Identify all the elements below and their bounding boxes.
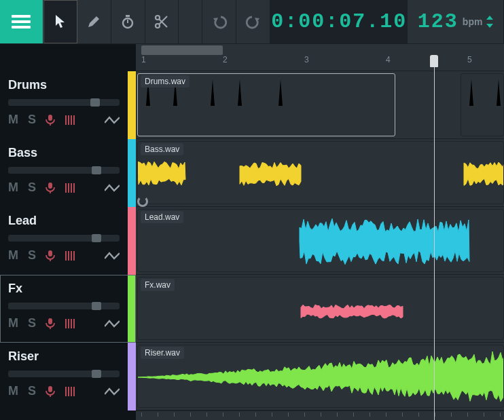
track-lane[interactable]: Fx.wav: [136, 275, 504, 343]
audio-clip[interactable]: Drums.wav: [137, 73, 395, 136]
bpm-display[interactable]: 123 bpm: [408, 0, 504, 43]
bottom-ruler: [136, 411, 504, 420]
track-lane[interactable]: Riser.wav: [136, 343, 504, 411]
volume-slider[interactable]: [8, 303, 120, 309]
track-name: Drums: [8, 78, 120, 92]
volume-knob[interactable]: [90, 98, 100, 107]
solo-button[interactable]: S: [28, 113, 36, 127]
solo-button[interactable]: S: [28, 180, 36, 195]
ruler-mark: 4: [386, 55, 391, 64]
track-name: Fx: [8, 282, 120, 296]
audio-clip[interactable]: Bass.wav: [137, 141, 504, 204]
menu-icon: [12, 15, 31, 28]
audio-clip[interactable]: Fx.wav: [137, 277, 504, 340]
track-header[interactable]: BassMS: [0, 139, 136, 207]
automation-button[interactable]: [105, 184, 120, 192]
mute-button[interactable]: M: [8, 180, 18, 195]
stopwatch-icon: [120, 14, 135, 29]
track-lane[interactable]: Bass.wav: [136, 139, 504, 207]
volume-slider[interactable]: [8, 167, 120, 174]
automation-button[interactable]: [105, 387, 120, 396]
playhead[interactable]: [434, 60, 435, 420]
audio-clip[interactable]: Riser.wav: [137, 345, 504, 408]
mic-icon: [46, 386, 55, 397]
volume-slider[interactable]: [8, 370, 120, 377]
solo-button[interactable]: S: [28, 248, 36, 263]
mic-icon: [46, 318, 55, 329]
menu-button[interactable]: [0, 0, 43, 43]
track-panel: DrumsMSBassMSLeadMSFxMSRiserMS: [0, 44, 136, 420]
track-header[interactable]: LeadMS: [0, 207, 136, 275]
volume-knob[interactable]: [92, 370, 101, 378]
bpm-stepper[interactable]: [486, 16, 493, 28]
track-header[interactable]: DrumsMS: [0, 71, 136, 139]
time-display[interactable]: 0:00:07.10: [270, 0, 408, 43]
track-color-strip: [128, 275, 136, 343]
solo-button[interactable]: S: [28, 384, 36, 398]
arrange-area[interactable]: 12345 Drums.wavBass.wavLead.wavFx.wavRis…: [136, 44, 504, 420]
draw-tool-button[interactable]: [77, 0, 111, 43]
volume-slider[interactable]: [8, 235, 120, 242]
metronome-button[interactable]: [111, 0, 145, 43]
svg-rect-7: [48, 115, 52, 121]
chevron-down-icon: [486, 24, 493, 28]
cut-tool-button[interactable]: [145, 0, 179, 43]
track-color-strip: [128, 343, 136, 411]
record-arm-button[interactable]: [46, 183, 55, 193]
volume-knob[interactable]: [92, 302, 101, 310]
select-tool-button[interactable]: [43, 0, 77, 43]
ruler-mark: 1: [141, 55, 146, 64]
record-arm-button[interactable]: [46, 115, 55, 126]
clip-label: Lead.wav: [141, 211, 183, 223]
chevron-up-icon: [486, 16, 493, 20]
mixer-button[interactable]: [65, 183, 75, 193]
record-arm-button[interactable]: [46, 386, 55, 397]
waveform-icon: [461, 74, 504, 136]
track-lane[interactable]: Drums.wav: [136, 71, 504, 139]
loop-region[interactable]: [141, 45, 223, 55]
automation-icon: [105, 387, 120, 396]
timeline-ruler[interactable]: 12345: [136, 44, 504, 71]
clip-label: Bass.wav: [141, 143, 183, 155]
track-header[interactable]: FxMS: [0, 275, 136, 343]
svg-rect-13: [48, 183, 52, 189]
pencil-icon: [87, 15, 101, 28]
mixer-button[interactable]: [65, 251, 75, 261]
clip-label: Drums.wav: [141, 75, 190, 88]
time-value: 0:00:07.10: [271, 10, 407, 33]
audio-clip[interactable]: [461, 73, 504, 136]
mixer-button[interactable]: [65, 319, 75, 328]
ruler-mark: 2: [223, 55, 228, 64]
solo-button[interactable]: S: [28, 316, 36, 330]
volume-slider[interactable]: [8, 99, 120, 106]
mute-button[interactable]: M: [8, 248, 18, 263]
track-header[interactable]: RiserMS: [0, 343, 136, 411]
automation-button[interactable]: [105, 320, 120, 328]
mute-button[interactable]: M: [8, 113, 18, 127]
bpm-value: 123: [418, 10, 458, 33]
record-arm-button[interactable]: [46, 318, 55, 329]
redo-button[interactable]: [236, 0, 270, 43]
undo-button[interactable]: [202, 0, 236, 43]
mute-button[interactable]: M: [8, 384, 18, 398]
svg-rect-25: [48, 318, 52, 324]
automation-button[interactable]: [105, 252, 120, 260]
track-name: Riser: [8, 349, 120, 364]
track-lane[interactable]: Lead.wav: [136, 207, 504, 275]
loading-icon: [137, 196, 148, 207]
automation-icon: [105, 320, 120, 328]
mixer-button[interactable]: [65, 387, 75, 396]
scissors-icon: [154, 14, 169, 29]
mute-button[interactable]: M: [8, 316, 18, 330]
volume-knob[interactable]: [92, 166, 101, 174]
mixer-button[interactable]: [65, 115, 75, 125]
record-arm-button[interactable]: [46, 250, 55, 261]
sliders-icon: [65, 115, 75, 125]
automation-icon: [105, 116, 120, 124]
svg-rect-31: [48, 386, 52, 392]
automation-button[interactable]: [105, 116, 120, 124]
waveform-icon: [138, 345, 504, 408]
playhead-handle[interactable]: [430, 55, 438, 67]
volume-knob[interactable]: [92, 234, 101, 242]
audio-clip[interactable]: Lead.wav: [137, 209, 504, 272]
